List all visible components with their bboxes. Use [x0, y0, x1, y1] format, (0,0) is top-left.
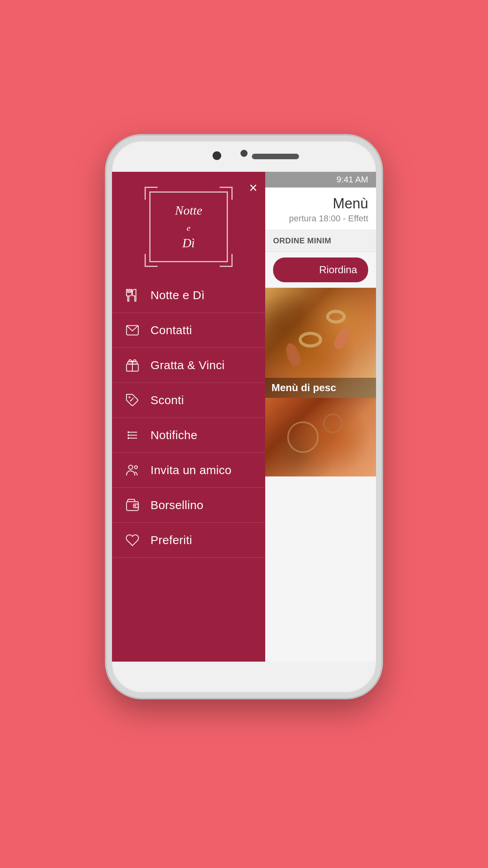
mail-icon — [124, 322, 141, 339]
volume-up-button — [106, 228, 110, 255]
food-image-pasta — [265, 398, 376, 476]
wallet-icon-svg — [125, 498, 139, 512]
menu-item-preferiti[interactable]: Preferiti — [112, 523, 265, 558]
svg-point-4 — [128, 396, 130, 398]
menu-title: Menù — [273, 195, 368, 212]
volume-down-button — [106, 263, 110, 291]
wallet-icon — [124, 497, 141, 514]
menu-item-gratta-vinci[interactable]: Gratta & Vinci — [112, 348, 265, 383]
menu-label-invita-amico: Invita un amico — [150, 463, 231, 477]
users-icon-svg — [125, 463, 139, 477]
status-bar: 9:41 AM — [265, 172, 376, 188]
menu-list: Notte e Dì Contatti — [112, 278, 265, 558]
logo-box: Notte e Dì — [149, 191, 228, 262]
menu-label-sconti: Sconti — [150, 394, 184, 407]
content-panel: 9:41 AM Menù pertura 18:00 - Effett ORDI… — [265, 172, 376, 662]
tag-icon-svg — [125, 393, 139, 407]
svg-point-13 — [128, 465, 133, 469]
tag-icon — [124, 392, 141, 409]
calamari-deco-2 — [326, 310, 346, 324]
logo-line1: Notte — [175, 203, 202, 217]
front-camera — [240, 150, 248, 157]
svg-point-16 — [134, 505, 136, 507]
pasta-decoration — [265, 398, 376, 476]
menu-item-notte-di[interactable]: Notte e Dì — [112, 278, 265, 313]
food-image-seafood: Menù di pesc — [265, 288, 376, 398]
pasta-deco — [287, 421, 319, 453]
gift-icon-svg — [125, 358, 139, 372]
close-button[interactable]: × — [249, 180, 257, 196]
ordine-minimo-bar: ORDINE MINIM — [265, 230, 376, 252]
menu-subtitle: pertura 18:00 - Effett — [273, 213, 368, 224]
svg-point-6 — [131, 400, 132, 401]
list-icon — [124, 427, 141, 444]
camera-lens — [213, 151, 221, 160]
users-icon — [124, 462, 141, 479]
menu-item-sconti[interactable]: Sconti — [112, 383, 265, 418]
logo-line3: Dì — [182, 236, 195, 250]
list-icon-svg — [125, 428, 139, 442]
heart-icon-svg — [125, 533, 139, 547]
riordina-button[interactable]: Riordina — [273, 257, 368, 282]
menu-panel: × Notte e Dì — [112, 172, 265, 662]
svg-point-14 — [134, 466, 138, 469]
mail-icon-svg — [125, 323, 139, 337]
gift-icon — [124, 357, 141, 374]
calamari-deco — [299, 332, 322, 348]
menu-item-invita-amico[interactable]: Invita un amico — [112, 453, 265, 488]
menu-label-notte-di: Notte e Dì — [150, 289, 205, 302]
app-header: Menù pertura 18:00 - Effett — [265, 188, 376, 230]
power-button — [378, 243, 382, 279]
svg-rect-15 — [127, 502, 138, 511]
restaurant-icon-svg — [125, 288, 139, 302]
phone-screen: × Notte e Dì — [112, 172, 376, 662]
menu-label-preferiti: Preferiti — [150, 533, 192, 547]
menu-label-contatti: Contatti — [150, 324, 192, 337]
menu-label-borsellino: Borsellino — [150, 498, 204, 512]
food-label-pesce: Menù di pesc — [265, 378, 376, 398]
shrimp-deco — [332, 325, 354, 351]
heart-icon — [124, 531, 141, 549]
menu-label-gratta-vinci: Gratta & Vinci — [150, 359, 225, 372]
menu-label-notifiche: Notifiche — [150, 428, 197, 442]
pasta-deco-2 — [323, 414, 343, 433]
logo-line2: e — [187, 223, 191, 233]
svg-line-5 — [130, 398, 134, 401]
ordine-label: ORDINE MINIM — [273, 236, 331, 245]
shrimp-deco-2 — [284, 342, 303, 368]
menu-item-borsellino[interactable]: Borsellino — [112, 488, 265, 523]
menu-item-contatti[interactable]: Contatti — [112, 313, 265, 348]
speaker — [252, 154, 299, 159]
menu-item-notifiche[interactable]: Notifiche — [112, 418, 265, 453]
restaurant-icon — [124, 287, 141, 304]
phone-body: × Notte e Dì — [106, 136, 382, 698]
logo-text: Notte e Dì — [175, 202, 202, 252]
status-time: 9:41 AM — [336, 175, 368, 185]
logo-area: Notte e Dì — [112, 172, 265, 274]
